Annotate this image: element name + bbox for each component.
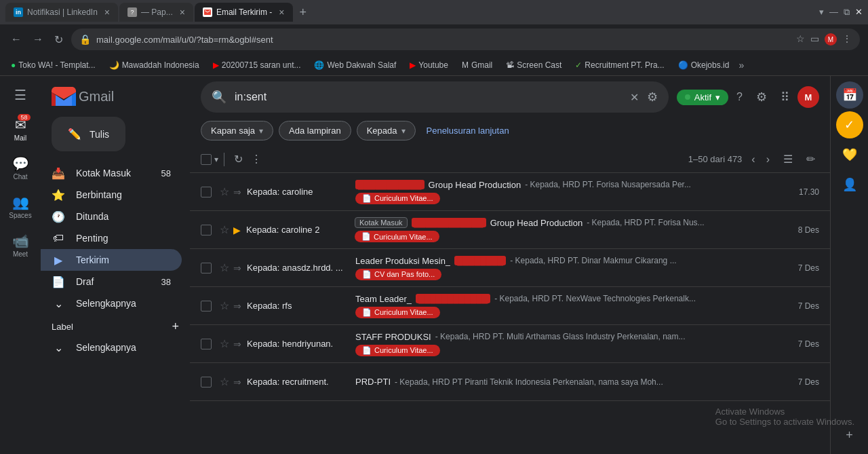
- menu-icon[interactable]: ⋮: [842, 33, 852, 45]
- right-panel-keep-icon[interactable]: 💛: [836, 141, 863, 168]
- email-checkbox-4[interactable]: [201, 301, 214, 311]
- bookmark-recruitment[interactable]: ✓ Recruitment PT. Pra...: [570, 59, 669, 71]
- tab-pap[interactable]: ? — Pap... ×: [119, 3, 193, 22]
- apps-button[interactable]: ⠿: [775, 84, 795, 110]
- bookmark-screencast[interactable]: 📽 Screen Cast: [500, 59, 567, 71]
- bookmark-youtube[interactable]: ▶ Youtube: [404, 59, 454, 71]
- tab-favicon-gmail: [203, 7, 212, 17]
- new-tab-button[interactable]: +: [294, 5, 313, 20]
- email-star-2[interactable]: ☆: [220, 223, 229, 236]
- advanced-search-link[interactable]: Penelusuran lanjutan: [427, 126, 509, 136]
- email-star-6[interactable]: ☆: [220, 375, 229, 388]
- search-clear-icon[interactable]: ✕: [630, 91, 639, 104]
- nav-item-berbintang[interactable]: ⭐ Berbintang: [41, 184, 182, 206]
- email-row[interactable]: ☆ ▶ Kepada: caroline 2 Kotak Masuk █████…: [190, 211, 830, 249]
- lock-icon: 🔒: [79, 34, 91, 45]
- filter-kepada-arrow: ▾: [401, 126, 406, 136]
- email-row[interactable]: ☆ ⇒ Kepada: recruitment. PRD-PTI - Kepad…: [190, 363, 830, 401]
- bookmark-okejobs[interactable]: 🔵 Okejobs.id: [673, 59, 735, 71]
- reload-button[interactable]: ↻: [52, 31, 66, 49]
- nav-item-terkirim[interactable]: ▶ Terkirim: [41, 249, 182, 271]
- bookmark-web-dakwah[interactable]: 🌐 Web Dakwah Salaf: [309, 59, 401, 71]
- nav-item-kotak-masuk[interactable]: 📥 Kotak Masuk 58: [41, 162, 182, 184]
- next-page-button[interactable]: ›: [762, 149, 774, 170]
- sidebar-icon-mail[interactable]: ✉ 58 Mail: [0, 111, 41, 147]
- user-avatar[interactable]: M: [797, 86, 819, 108]
- tab-gmail[interactable]: Email Terkirim - ×: [195, 3, 293, 22]
- nav-item-ditunda[interactable]: 🕐 Ditunda: [41, 206, 182, 227]
- email-star-1[interactable]: ☆: [220, 185, 229, 198]
- email-row[interactable]: ☆ ⇒ Kepada: caroline ███████████ Group H…: [190, 173, 830, 211]
- email-checkbox-6[interactable]: [201, 377, 214, 387]
- select-all-checkbox[interactable]: [201, 154, 212, 165]
- filter-kapan-saja[interactable]: Kapan saja ▾: [201, 121, 273, 140]
- search-input[interactable]: [235, 91, 622, 103]
- compose-pencil-toolbar-button[interactable]: ✏: [802, 149, 819, 170]
- nav-item-selengkapnya[interactable]: ⌄ Selengkapnya: [41, 292, 182, 314]
- right-panel-calendar-icon[interactable]: 📅: [836, 81, 863, 109]
- address-bar-icons: ☆ ▭ M ⋮: [796, 33, 852, 45]
- bookmark-yt2-icon: ▶: [410, 60, 416, 70]
- tab-linkedin[interactable]: in Notifikasi | LinkedIn ×: [5, 3, 118, 22]
- email-subject-line-4: Team Leader_ ████████████ - Kepada, HRD …: [355, 294, 781, 304]
- back-button[interactable]: ←: [8, 31, 24, 48]
- search-magnify-icon: 🔍: [212, 90, 226, 105]
- url-display: mail.google.com/mail/u/0/?tab=rm&ogbl#se…: [96, 35, 791, 45]
- nav-item-draf[interactable]: 📄 Draf 38: [41, 271, 182, 292]
- help-button[interactable]: ?: [731, 86, 748, 109]
- right-panel-contacts-icon[interactable]: 👤: [836, 171, 863, 198]
- address-bar[interactable]: 🔒 mail.google.com/mail/u/0/?tab=rm&ogbl#…: [71, 29, 860, 50]
- tab-close-pap[interactable]: ×: [180, 7, 185, 18]
- bookmark-v-icon: ✓: [575, 60, 582, 70]
- compose-button[interactable]: ✏️ Tulis: [52, 117, 125, 151]
- email-row[interactable]: ☆ ⇒ Kepada: hendriyunan. STAFF PRODUKSI …: [190, 325, 830, 363]
- email-star-5[interactable]: ☆: [220, 337, 229, 350]
- bookmarks-more-icon[interactable]: »: [738, 60, 744, 71]
- email-star-3[interactable]: ☆: [220, 261, 229, 274]
- email-row[interactable]: ☆ ⇒ Kepada: anasdz.hrdd. ... Leader Prod…: [190, 249, 830, 287]
- filter-kepada[interactable]: Kepada ▾: [357, 121, 416, 140]
- cast-icon[interactable]: ▭: [810, 33, 819, 45]
- view-options-button[interactable]: ☰: [779, 149, 797, 170]
- bookmark-youtube-label: Youtube: [418, 60, 448, 70]
- profile-icon[interactable]: M: [825, 33, 837, 45]
- bookmark-20200715[interactable]: ▶ 20200715 saran unt...: [208, 59, 307, 71]
- nav-ditunda-label: Ditunda: [76, 211, 171, 222]
- email-checkbox-3[interactable]: [201, 263, 214, 273]
- bookmark-toko-wa[interactable]: ● Toko WA! - Templat...: [5, 59, 101, 71]
- refresh-button[interactable]: ↻: [230, 149, 247, 170]
- email-subject-6: PRD-PTI: [355, 377, 391, 387]
- bookmark-star-icon[interactable]: ☆: [796, 33, 805, 45]
- email-checkbox-1[interactable]: [201, 187, 214, 197]
- sidebar-icon-meet[interactable]: 📹 Meet: [0, 227, 41, 263]
- bookmark-gmail[interactable]: M Gmail: [456, 59, 498, 71]
- email-checkbox-5[interactable]: [201, 339, 214, 349]
- label-add-icon[interactable]: +: [172, 320, 179, 334]
- search-filter-icon[interactable]: ⚙: [647, 90, 658, 105]
- select-dropdown-icon[interactable]: ▾: [214, 155, 218, 164]
- nav-item-label-selengkapnya[interactable]: ⌄ Selengkapnya: [41, 337, 182, 358]
- tab-close-window-icon[interactable]: ✕: [855, 7, 863, 18]
- email-row[interactable]: ☆ ⇒ Kepada: rfs Team Leader_ ███████████…: [190, 287, 830, 325]
- tab-restore-icon[interactable]: —: [829, 7, 838, 18]
- prev-page-button[interactable]: ‹: [747, 149, 759, 170]
- email-checkbox-2[interactable]: [201, 225, 214, 235]
- bookmark-screencast-label: Screen Cast: [517, 60, 561, 70]
- more-options-button[interactable]: ⋮: [247, 149, 266, 170]
- right-panel-add-icon[interactable]: +: [836, 421, 863, 454]
- sidebar-icon-menu[interactable]: ☰: [0, 81, 41, 109]
- email-star-4[interactable]: ☆: [220, 299, 229, 312]
- status-badge[interactable]: Aktif ▾: [677, 90, 728, 105]
- filter-ada-lampiran[interactable]: Ada lampiran: [279, 121, 351, 140]
- forward-button[interactable]: →: [30, 31, 46, 48]
- sidebar-icon-chat[interactable]: 💬 Chat: [0, 150, 41, 186]
- tab-minimize-icon[interactable]: ▾: [819, 7, 824, 18]
- settings-button[interactable]: ⚙: [751, 84, 772, 110]
- right-panel-tasks-icon[interactable]: ✓: [836, 111, 863, 138]
- tab-maxrestore-icon[interactable]: ⧉: [844, 7, 850, 18]
- nav-item-penting[interactable]: 🏷 Penting: [41, 227, 182, 249]
- sidebar-icon-spaces[interactable]: 👥 Spaces: [0, 189, 41, 225]
- bookmark-mawaddah[interactable]: 🌙 Mawaddah Indonesia: [104, 59, 205, 71]
- tab-close-gmail[interactable]: ×: [279, 7, 284, 18]
- tab-close-linkedin[interactable]: ×: [104, 7, 110, 18]
